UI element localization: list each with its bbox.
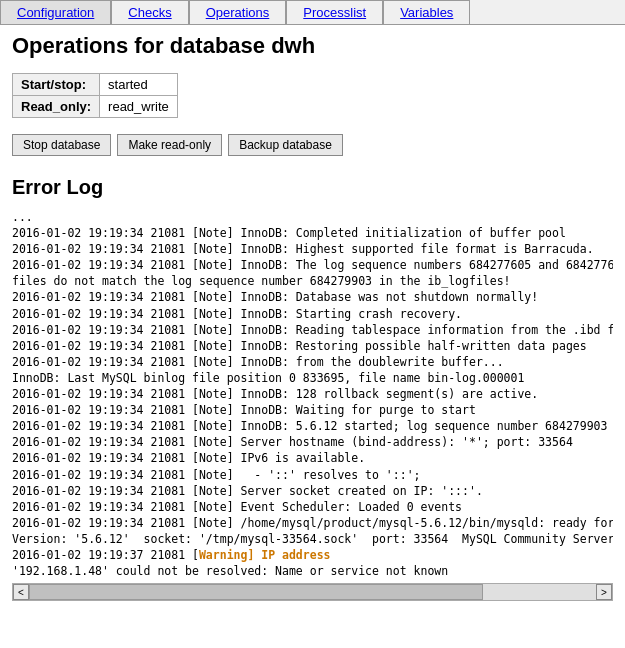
make-read-only-button[interactable]: Make read-only xyxy=(117,134,222,156)
log-line-12: 2016-01-02 19:19:34 21081 [Note] InnoDB:… xyxy=(12,403,476,417)
nav-tabs: Configuration Checks Operations Processl… xyxy=(0,0,625,25)
log-line-15: 2016-01-02 19:19:34 21081 [Note] IPv6 is… xyxy=(12,451,365,465)
warning-text: Warning] IP address xyxy=(199,548,331,562)
log-line-10: InnoDB: Last MySQL binlog file position … xyxy=(12,371,524,385)
log-line-19: 2016-01-02 19:19:34 21081 [Note] /home/m… xyxy=(12,516,613,530)
tab-configuration[interactable]: Configuration xyxy=(0,0,111,24)
log-line-21: 2016-01-02 19:19:37 21081 [ xyxy=(12,548,199,562)
log-line-4: files do not match the log sequence numb… xyxy=(12,274,511,288)
log-line-14: 2016-01-02 19:19:34 21081 [Note] Server … xyxy=(12,435,573,449)
read-only-value: read_write xyxy=(100,96,178,118)
log-line-1: 2016-01-02 19:19:34 21081 [Note] InnoDB:… xyxy=(12,226,566,240)
scroll-right-button[interactable]: > xyxy=(596,584,612,600)
scrollbar-track[interactable] xyxy=(29,584,596,600)
scroll-left-button[interactable]: < xyxy=(13,584,29,600)
log-last-line: '192.168.1.48' could not be resolved: Na… xyxy=(12,564,448,578)
start-stop-value: started xyxy=(100,74,178,96)
tab-operations[interactable]: Operations xyxy=(189,0,287,24)
error-log-content: ... 2016-01-02 19:19:34 21081 [Note] Inn… xyxy=(12,209,613,579)
stop-database-button[interactable]: Stop database xyxy=(12,134,111,156)
log-line-9: 2016-01-02 19:19:34 21081 [Note] InnoDB:… xyxy=(12,355,504,369)
log-line-3: 2016-01-02 19:19:34 21081 [Note] InnoDB:… xyxy=(12,258,613,272)
log-line-16: 2016-01-02 19:19:34 21081 [Note] - '::' … xyxy=(12,468,421,482)
page-title: Operations for database dwh xyxy=(12,33,613,59)
start-stop-label: Start/stop: xyxy=(13,74,100,96)
tab-checks[interactable]: Checks xyxy=(111,0,188,24)
action-buttons: Stop database Make read-only Backup data… xyxy=(12,134,613,156)
error-log-title: Error Log xyxy=(12,176,613,199)
log-line-7: 2016-01-02 19:19:34 21081 [Note] InnoDB:… xyxy=(12,323,613,337)
log-line-20: Version: '5.6.12' socket: '/tmp/mysql-33… xyxy=(12,532,613,546)
read-only-label: Read_only: xyxy=(13,96,100,118)
log-line-5: 2016-01-02 19:19:34 21081 [Note] InnoDB:… xyxy=(12,290,538,304)
log-line-8: 2016-01-02 19:19:34 21081 [Note] InnoDB:… xyxy=(12,339,587,353)
log-line-6: 2016-01-02 19:19:34 21081 [Note] InnoDB:… xyxy=(12,307,462,321)
info-table: Start/stop: started Read_only: read_writ… xyxy=(12,73,178,118)
log-line-0: ... xyxy=(12,210,33,224)
scrollbar-area: < > xyxy=(12,583,613,601)
log-line-13: 2016-01-02 19:19:34 21081 [Note] InnoDB:… xyxy=(12,419,607,433)
log-line-11: 2016-01-02 19:19:34 21081 [Note] InnoDB:… xyxy=(12,387,538,401)
log-line-18: 2016-01-02 19:19:34 21081 [Note] Event S… xyxy=(12,500,462,514)
tab-processlist[interactable]: Processlist xyxy=(286,0,383,24)
tab-variables[interactable]: Variables xyxy=(383,0,470,24)
backup-database-button[interactable]: Backup database xyxy=(228,134,343,156)
page-content: Operations for database dwh Start/stop: … xyxy=(0,25,625,609)
scrollbar-thumb[interactable] xyxy=(29,584,483,600)
log-line-2: 2016-01-02 19:19:34 21081 [Note] InnoDB:… xyxy=(12,242,594,256)
log-line-17: 2016-01-02 19:19:34 21081 [Note] Server … xyxy=(12,484,483,498)
